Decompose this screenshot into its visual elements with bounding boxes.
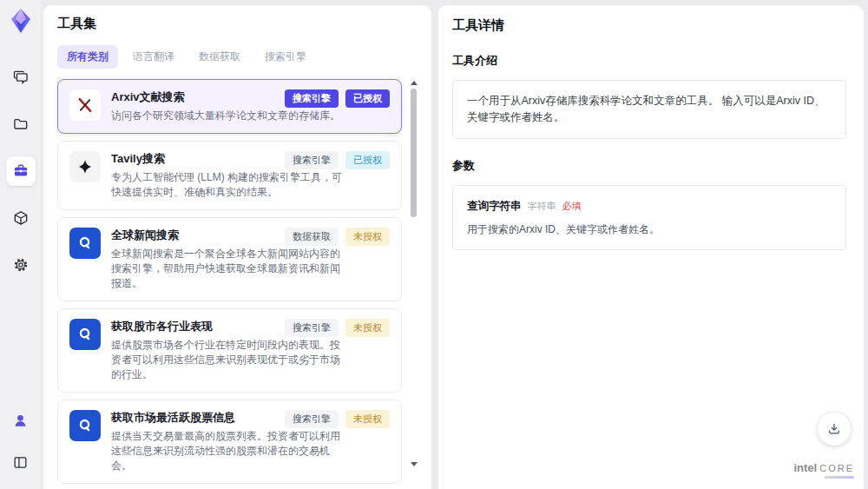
tool-cards: Arxiv文献搜索 访问各个研究领域大量科学论文和文章的存储库。 搜索引擎 已授… [57,79,418,489]
tool-description: 专为人工智能代理 (LLM) 构建的搜索引擎工具，可快速提供实时、准确和真实的结… [111,170,347,200]
intel-wordmark: intel [793,462,817,473]
toolset-panel: 工具集 所有类别 语言翻译 数据获取 搜索引擎 Arxiv文献搜索 访问各个研究… [43,5,431,489]
auth-status-badge: 未授权 [345,319,390,337]
logo-accent-bar [825,476,854,479]
left-rail [0,0,41,489]
tool-description: 提供当天交易量最高的股票列表。投资者可以利用这些信息来识别流动性强的股票和潜在的… [111,429,347,473]
tool-tags: 搜索引擎 已授权 [285,151,390,169]
tool-icon [69,151,101,182]
tool-tags: 搜索引擎 已授权 [285,89,390,108]
tool-list: Arxiv文献搜索 访问各个研究领域大量科学论文和文章的存储库。 搜索引擎 已授… [57,79,418,479]
app-logo [7,7,35,35]
intro-heading: 工具介绍 [452,53,846,69]
tool-description: 访问各个研究领域大量科学论文和文章的存储库。 [111,109,340,123]
tool-icon [69,319,101,350]
rail-bottom [6,406,36,477]
tool-tags: 搜索引擎 未授权 [285,410,390,428]
auth-status-badge: 已授权 [345,151,390,169]
param-description: 用于搜索的Arxiv ID、关键字或作者姓名。 [467,221,832,237]
tab-data-fetch[interactable]: 数据获取 [189,45,250,69]
package-icon[interactable] [6,203,36,233]
param-header: 查询字符串 字符串 必填 [467,198,832,215]
scrollbar-thumb[interactable] [411,89,417,217]
details-title: 工具详情 [452,17,846,34]
tool-card[interactable]: Arxiv文献搜索 访问各个研究领域大量科学论文和文章的存储库。 搜索引擎 已授… [57,79,402,134]
rail-nav [6,63,36,280]
params-heading: 参数 [452,158,846,174]
toolset-title: 工具集 [57,16,418,32]
tool-card[interactable]: 获取市场最活跃股票信息 提供当天交易量最高的股票列表。投资者可以利用这些信息来识… [57,400,402,484]
tool-tags: 数据获取 未授权 [285,228,390,246]
tool-icon [69,228,101,259]
tool-card[interactable]: 获取股市各行业表现 提供股票市场各个行业在特定时间段内的表现。投资者可以利用这些… [57,308,402,393]
settings-gear-icon[interactable] [6,250,36,280]
scroll-up-icon[interactable] [411,81,418,85]
tool-icon [69,89,101,121]
tab-search-engine[interactable]: 搜索引擎 [255,45,316,69]
intel-core-logo: intel CORE [793,462,854,479]
param-required-badge: 必填 [562,199,582,214]
param-box: 查询字符串 字符串 必填 用于搜索的Arxiv ID、关键字或作者姓名。 [452,185,846,251]
scrollbar[interactable] [410,81,418,466]
intro-box: 一个用于从Arxiv存储库搜索科学论文和文章的工具。 输入可以是Arxiv ID… [452,80,846,139]
core-wordmark: CORE [819,464,854,473]
tool-tags: 搜索引擎 未授权 [285,319,390,337]
toolbox-icon[interactable] [6,156,36,186]
category-badge: 数据获取 [285,228,339,246]
tool-description: 提供股票市场各个行业在特定时间段内的表现。投资者可以利用这些信息来识别表现优于或… [111,338,347,382]
tool-description: 全球新闻搜索是一个聚合全球各大新闻网站内容的搜索引擎，帮助用户快速获取全球最新资… [111,247,347,291]
download-button[interactable] [818,413,851,446]
param-type: 字符串 [528,199,556,214]
tool-icon [69,410,101,441]
category-badge: 搜索引擎 [285,89,339,108]
tool-card[interactable]: Tavily搜索 专为人工智能代理 (LLM) 构建的搜索引擎工具，可快速提供实… [57,141,402,210]
tool-details-panel: 工具详情 工具介绍 一个用于从Arxiv存储库搜索科学论文和文章的工具。 输入可… [438,5,864,489]
tab-language-translation[interactable]: 语言翻译 [123,45,184,69]
folder-icon[interactable] [6,109,36,139]
category-badge: 搜索引擎 [285,151,339,169]
category-badge: 搜索引擎 [285,319,339,337]
tab-all-categories[interactable]: 所有类别 [57,45,118,69]
chat-icon[interactable] [6,63,36,92]
param-name: 查询字符串 [467,198,522,215]
category-badge: 搜索引擎 [285,410,339,428]
auth-status-badge: 未授权 [345,228,390,246]
user-avatar-icon[interactable] [6,406,36,435]
panel-toggle-icon[interactable] [6,447,36,477]
auth-status-badge: 已授权 [345,89,390,108]
scroll-down-icon[interactable] [411,462,418,466]
tool-card[interactable]: 全球新闻搜索 全球新闻搜索是一个聚合全球各大新闻网站内容的搜索引擎，帮助用户快速… [57,217,402,301]
category-tabs: 所有类别 语言翻译 数据获取 搜索引擎 [57,45,418,69]
auth-status-badge: 未授权 [345,410,390,428]
intro-text: 一个用于从Arxiv存储库搜索科学论文和文章的工具。 输入可以是Arxiv ID… [467,95,825,123]
